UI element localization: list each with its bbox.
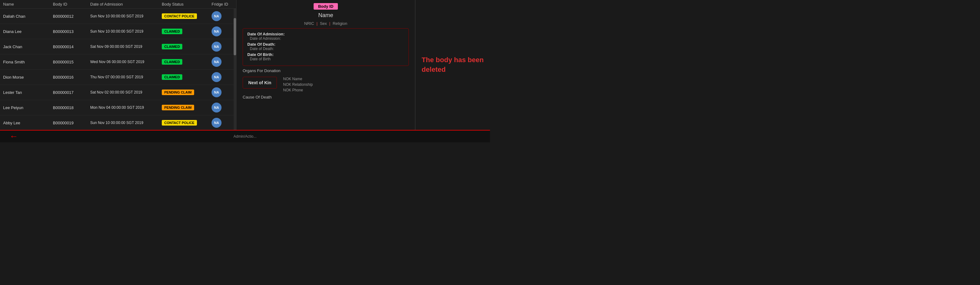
col-fridge: Fridge ID bbox=[212, 2, 237, 6]
sep2: | bbox=[329, 21, 330, 26]
row-fridge: NA bbox=[212, 87, 234, 97]
body-id-badge: Body ID bbox=[313, 3, 337, 10]
col-date: Date of Admission bbox=[90, 2, 162, 6]
row-body-id: B00000015 bbox=[53, 60, 90, 64]
row-date: Sun Nov 10 00:00:00 SGT 2019 bbox=[90, 29, 162, 33]
date-death-label: Date Of Death: bbox=[247, 42, 404, 47]
dates-box: Date Of Admission: Date of Admission: Da… bbox=[243, 28, 409, 66]
row-status: CLAIMED bbox=[162, 74, 212, 80]
admin-text: Admin/Actio... bbox=[233, 134, 256, 139]
row-fridge: NA bbox=[212, 103, 234, 112]
table-panel: Name Body ID Date of Admission Body Stat… bbox=[0, 0, 237, 130]
col-name: Name bbox=[3, 2, 53, 6]
row-name: Lester Tan bbox=[3, 90, 53, 95]
nok-rel-label: NOK Relationship bbox=[283, 82, 313, 87]
date-birth-value: Date of Birth bbox=[247, 57, 404, 61]
row-date: Sun Nov 10 00:00:00 SGT 2019 bbox=[90, 14, 162, 18]
row-date: Sun Nov 10 00:00:00 SGT 2019 bbox=[90, 120, 162, 125]
row-date: Wed Nov 06 00:00:00 SGT 2019 bbox=[90, 60, 162, 64]
row-name: Diana Lee bbox=[3, 29, 53, 34]
row-status: PENDING CLAIM bbox=[162, 90, 212, 95]
date-admission-value: Date of Admission: bbox=[247, 36, 404, 41]
row-name: Abby Lee bbox=[3, 120, 53, 125]
table-body: Daliah Chan B00000012 Sun Nov 10 00:00:0… bbox=[0, 9, 234, 130]
red-arrow-icon: ← bbox=[10, 131, 18, 141]
row-status: PENDING CLAIM bbox=[162, 105, 212, 110]
date-birth-label: Date Of Birth: bbox=[247, 52, 404, 57]
row-fridge: NA bbox=[212, 118, 234, 128]
row-date: Sat Nov 09 00:00:00 SGT 2019 bbox=[90, 44, 162, 49]
row-body-id: B00000016 bbox=[53, 75, 90, 79]
table-row[interactable]: Abby Lee B00000019 Sun Nov 10 00:00:00 S… bbox=[0, 115, 234, 130]
row-fridge: NA bbox=[212, 42, 234, 52]
scrollbar-thumb[interactable] bbox=[234, 18, 236, 55]
row-name: Fiona Smith bbox=[3, 60, 53, 64]
nok-label-box: Next of Kin bbox=[243, 77, 277, 89]
table-row[interactable]: Lee Peiyun B00000018 Mon Nov 04 00:00:00… bbox=[0, 100, 234, 115]
organs-label: Organs For Donation bbox=[243, 68, 280, 73]
nok-name-label: NOK Name bbox=[283, 77, 313, 81]
scrollbar-area[interactable] bbox=[234, 9, 236, 130]
cause-label: Cause Of Death bbox=[243, 95, 272, 100]
deleted-message: The body has beendeleted bbox=[422, 55, 484, 74]
row-date: Sat Nov 02 00:00:00 SGT 2019 bbox=[90, 90, 162, 95]
religion-label: Religion bbox=[332, 21, 347, 26]
nok-phone-label: NOK Phone bbox=[283, 88, 313, 92]
table-row[interactable]: Lester Tan B00000017 Sat Nov 02 00:00:00… bbox=[0, 85, 234, 100]
row-body-id: B00000014 bbox=[53, 44, 90, 49]
row-date: Thu Nov 07 00:00:00 SGT 2019 bbox=[90, 75, 162, 79]
nok-section: Next of Kin NOK Name NOK Relationship NO… bbox=[243, 77, 409, 92]
row-status: CLAIMED bbox=[162, 28, 212, 34]
row-name: Daliah Chan bbox=[3, 14, 53, 19]
row-name: Jack Chan bbox=[3, 44, 53, 49]
table-header: Name Body ID Date of Admission Body Stat… bbox=[0, 0, 236, 9]
row-status: CONTACT POLICE bbox=[162, 13, 212, 19]
detail-name-label: Name bbox=[243, 12, 409, 19]
row-fridge: NA bbox=[212, 57, 234, 67]
table-row[interactable]: Fiona Smith B00000015 Wed Nov 06 00:00:0… bbox=[0, 54, 234, 70]
table-row[interactable]: Daliah Chan B00000012 Sun Nov 10 00:00:0… bbox=[0, 9, 234, 24]
cause-section: Cause Of Death bbox=[243, 95, 409, 100]
row-body-id: B00000017 bbox=[53, 90, 90, 95]
row-body-id: B00000013 bbox=[53, 29, 90, 34]
sex-label: Sex bbox=[320, 21, 327, 26]
main-container: Name Body ID Date of Admission Body Stat… bbox=[0, 0, 490, 130]
nric-label: NRIC bbox=[304, 21, 314, 26]
date-death-value: Date of Death: bbox=[247, 47, 404, 51]
row-name: Lee Peiyun bbox=[3, 105, 53, 110]
col-status: Body Status bbox=[162, 2, 212, 6]
bottom-bar: ← Admin/Actio... bbox=[0, 130, 490, 142]
row-status: CLAIMED bbox=[162, 59, 212, 65]
sep1: | bbox=[317, 21, 317, 26]
row-fridge: NA bbox=[212, 27, 234, 36]
row-fridge: NA bbox=[212, 11, 234, 21]
row-status: CLAIMED bbox=[162, 44, 212, 49]
row-body-id: B00000018 bbox=[53, 105, 90, 110]
nok-fields: NOK Name NOK Relationship NOK Phone bbox=[283, 77, 313, 92]
table-scroll-wrapper: Daliah Chan B00000012 Sun Nov 10 00:00:0… bbox=[0, 9, 236, 130]
row-fridge: NA bbox=[212, 72, 234, 82]
detail-sub-info: NRIC | Sex | Religion bbox=[243, 21, 409, 26]
col-bodyid: Body ID bbox=[53, 2, 90, 6]
table-row[interactable]: Jack Chan B00000014 Sat Nov 09 00:00:00 … bbox=[0, 39, 234, 54]
row-body-id: B00000019 bbox=[53, 120, 90, 125]
detail-panel: Body ID Name NRIC | Sex | Religion Date … bbox=[237, 0, 415, 130]
date-admission-label: Date Of Admission: bbox=[247, 32, 404, 36]
deleted-panel: The body has beendeleted bbox=[415, 0, 490, 130]
row-body-id: B00000012 bbox=[53, 14, 90, 19]
row-status: CONTACT POLICE bbox=[162, 120, 212, 125]
row-date: Mon Nov 04 00:00:00 SGT 2019 bbox=[90, 105, 162, 110]
table-row[interactable]: Dion Morse B00000016 Thu Nov 07 00:00:00… bbox=[0, 70, 234, 85]
organs-section: Organs For Donation bbox=[243, 68, 409, 73]
table-row[interactable]: Diana Lee B00000013 Sun Nov 10 00:00:00 … bbox=[0, 24, 234, 39]
row-name: Dion Morse bbox=[3, 75, 53, 79]
